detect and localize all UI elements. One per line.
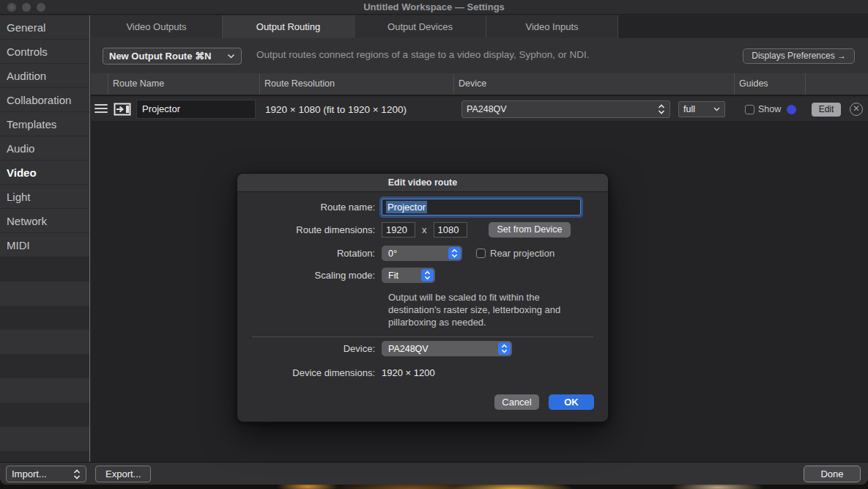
rear-projection-checkbox[interactable] [476, 249, 486, 258]
new-output-route-label: New Output Route ⌘N [109, 51, 211, 62]
chevron-updown-icon [421, 269, 434, 282]
chevron-down-icon [713, 107, 720, 111]
tab-output-devices[interactable]: Output Devices [355, 15, 486, 38]
rotation-value: 0° [388, 249, 397, 259]
displays-preferences-button[interactable]: Displays Preferences → [743, 48, 855, 64]
routes-table-header: Route Name Route Resolution Device Guide… [91, 73, 868, 96]
sidebar-empty-row [0, 306, 89, 330]
sidebar-empty-row [0, 427, 89, 451]
sidebar-item-general[interactable]: General [0, 15, 89, 40]
column-actions [805, 73, 868, 95]
sidebar-item-templates[interactable]: Templates [0, 112, 89, 136]
column-route-resolution[interactable]: Route Resolution [259, 73, 453, 95]
scaling-mode-label: Scaling mode: [237, 270, 382, 281]
delete-route-icon[interactable]: ✕ [850, 103, 863, 116]
footer-bar: Import... Export... Done [0, 462, 868, 485]
titlebar: Untitled Workspace — Settings [0, 0, 868, 15]
sidebar-item-collaboration[interactable]: Collaboration [0, 88, 89, 112]
route-name-label: Route name: [237, 202, 382, 213]
device-value: PA248QV [388, 344, 429, 354]
route-height-input[interactable]: 1080 [434, 222, 467, 238]
rear-projection-label: Rear projection [490, 248, 554, 259]
routing-toolbar: New Output Route ⌘N Output routes connec… [91, 38, 868, 73]
chevron-updown-icon [498, 342, 511, 355]
sidebar-empty-row [0, 354, 89, 378]
export-button[interactable]: Export... [95, 466, 151, 482]
import-label: Import... [12, 468, 47, 479]
sidebar-empty-row [0, 451, 89, 462]
edit-route-button[interactable]: Edit [812, 103, 841, 117]
edit-video-route-dialog: Edit video route Route name: Projector R… [237, 173, 609, 422]
sidebar-item-midi[interactable]: MIDI [0, 233, 89, 257]
output-route-icon [114, 102, 131, 117]
rotation-label: Rotation: [237, 248, 382, 259]
column-device[interactable]: Device [453, 73, 734, 95]
drag-handle-icon[interactable] [94, 104, 108, 114]
column-route-name[interactable]: Route Name [108, 73, 259, 95]
show-checkbox-label: Show [758, 104, 781, 114]
window-title: Untitled Workspace — Settings [0, 0, 868, 15]
dialog-title: Edit video route [237, 174, 608, 192]
sidebar-empty-row [0, 330, 89, 354]
sidebar-empty-row [0, 402, 89, 427]
chevron-updown-icon [448, 247, 461, 260]
sidebar-item-network[interactable]: Network [0, 209, 89, 233]
dimensions-separator: x [422, 224, 427, 235]
settings-window: Untitled Workspace — Settings General Co… [0, 0, 868, 485]
sidebar-empty-row [0, 282, 89, 306]
new-output-route-dropdown[interactable]: New Output Route ⌘N [103, 48, 242, 65]
rear-projection-control: Rear projection [476, 248, 554, 259]
route-width-input[interactable]: 1920 [382, 222, 415, 238]
tab-video-outputs[interactable]: Video Outputs [91, 15, 223, 38]
route-device-value: PA248QV [467, 104, 507, 114]
route-name-input[interactable]: Projector [382, 199, 581, 216]
route-device-popup[interactable]: PA248QV [461, 100, 670, 118]
video-settings-tabs: Video Outputs Output Routing Output Devi… [91, 15, 868, 38]
sidebar-empty-row [0, 378, 89, 402]
device-dimensions-label: Device dimensions: [237, 367, 382, 378]
sidebar-item-video[interactable]: Video [0, 161, 89, 185]
route-name-cell-field[interactable]: Projector [136, 100, 256, 119]
scaling-mode-description: Output will be scaled to fit within the … [388, 291, 586, 328]
cancel-button[interactable]: Cancel [494, 394, 539, 410]
sidebar-item-audition[interactable]: Audition [0, 64, 89, 88]
set-from-device-button[interactable]: Set from Device [489, 222, 571, 238]
dialog-divider [252, 337, 593, 337]
tab-output-routing[interactable]: Output Routing [223, 15, 355, 38]
device-label: Device: [237, 343, 382, 354]
guide-mode-select[interactable]: full [678, 101, 725, 117]
route-row-projector: Projector 1920 × 1080 (fit to 1920 × 120… [91, 98, 868, 122]
sidebar-item-controls[interactable]: Controls [0, 40, 89, 64]
sidebar-item-audio[interactable]: Audio [0, 136, 89, 161]
show-checkbox[interactable] [745, 105, 754, 114]
device-popup[interactable]: PA248QV [382, 341, 512, 356]
guide-mode-value: full [683, 104, 695, 114]
route-dimensions-label: Route dimensions: [237, 224, 382, 235]
ok-button[interactable]: OK [549, 394, 594, 410]
tab-video-inputs[interactable]: Video Inputs [486, 15, 618, 38]
scaling-mode-popup[interactable]: Fit [382, 268, 435, 283]
import-dropdown[interactable]: Import... [6, 466, 86, 482]
scaling-mode-value: Fit [388, 271, 398, 281]
routing-description: Output routes connect regions of a stage… [256, 49, 590, 60]
rotation-popup[interactable]: 0° [382, 246, 462, 261]
chevron-updown-icon [73, 469, 81, 479]
route-resolution-text: 1920 × 1080 (fit to 1920 × 1200) [265, 98, 407, 122]
chevron-down-icon [227, 54, 235, 59]
settings-sidebar: General Controls Audition Collaboration … [0, 15, 90, 462]
route-name-selected-text: Projector [386, 201, 427, 213]
guide-color-well[interactable] [787, 105, 796, 114]
sidebar-item-light[interactable]: Light [0, 185, 89, 209]
chevron-updown-icon [658, 104, 665, 114]
show-guides-control: Show [745, 104, 781, 114]
column-guides[interactable]: Guides [734, 73, 805, 95]
sidebar-empty-row [0, 257, 89, 282]
device-dimensions-value: 1920 × 1200 [382, 367, 435, 378]
done-button[interactable]: Done [804, 466, 861, 482]
